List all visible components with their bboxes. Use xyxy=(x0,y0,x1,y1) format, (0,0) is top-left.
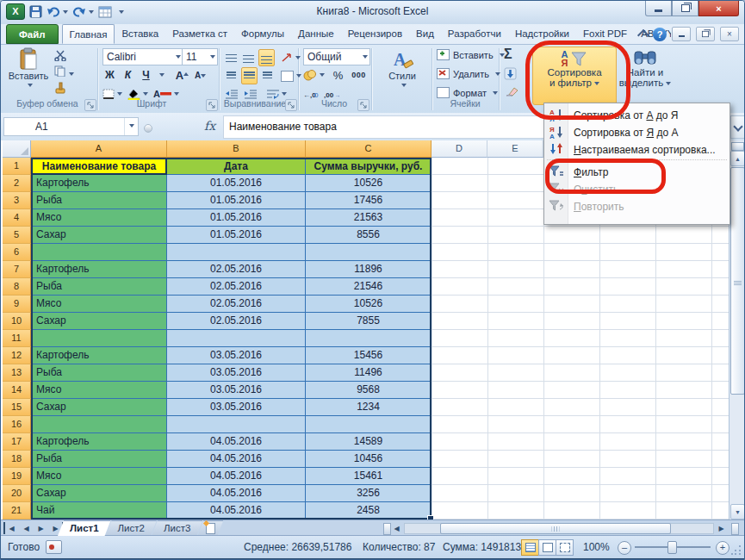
macro-record-button[interactable] xyxy=(46,540,62,554)
insert-function-button[interactable]: fx xyxy=(204,119,215,133)
align-middle-button[interactable] xyxy=(241,50,256,65)
align-right-button[interactable] xyxy=(260,68,275,84)
cell-C15[interactable]: 1234 xyxy=(306,399,431,416)
vertical-scrollbar[interactable]: ▲ ▼ xyxy=(729,140,744,520)
cell-A9[interactable]: Мясо xyxy=(31,296,167,313)
tab-insert[interactable]: Вставка xyxy=(115,24,165,44)
font-name-combo[interactable]: Calibri xyxy=(102,48,183,65)
decrease-font-button[interactable]: А xyxy=(193,67,208,83)
cell-B18[interactable]: 04.05.2016 xyxy=(167,451,306,468)
workbook-close-button[interactable]: × xyxy=(720,27,739,41)
row-header-11[interactable]: 11 xyxy=(3,330,31,347)
bold-button[interactable]: Ж xyxy=(102,67,117,83)
cell-A18[interactable]: Рыба xyxy=(31,451,167,468)
menu-item-sort-za[interactable]: ЯАСортировка от Я до А xyxy=(544,124,729,141)
cell-A12[interactable]: Картофель xyxy=(31,347,167,364)
name-box[interactable]: A1 xyxy=(3,117,139,136)
scroll-left-button[interactable]: ◀ xyxy=(390,522,403,534)
row-header-4[interactable]: 4 xyxy=(3,209,31,227)
cell-A11[interactable] xyxy=(31,330,167,347)
cell-A7[interactable]: Картофель xyxy=(31,261,167,278)
scroll-down-button[interactable]: ▼ xyxy=(730,504,745,520)
styles-button[interactable]: А Стили xyxy=(378,48,426,90)
row-header-3[interactable]: 3 xyxy=(3,192,31,209)
close-button[interactable]: × xyxy=(698,1,739,16)
cell-B17[interactable]: 04.05.2016 xyxy=(167,433,306,451)
name-box-dropdown[interactable] xyxy=(124,118,138,135)
autosum-button[interactable]: Σ xyxy=(504,47,512,62)
row-header-19[interactable]: 19 xyxy=(3,468,31,485)
orientation-button[interactable] xyxy=(281,50,301,65)
cell-C11[interactable] xyxy=(306,330,431,347)
normal-view-button[interactable] xyxy=(521,539,539,556)
cell-B15[interactable]: 03.05.2016 xyxy=(167,399,306,416)
row-header-20[interactable]: 20 xyxy=(3,485,31,502)
row-header-7[interactable]: 7 xyxy=(3,261,31,278)
collapse-ribbon-icon[interactable] xyxy=(637,29,649,41)
hscroll-split-handle[interactable] xyxy=(731,523,739,535)
sort-filter-button[interactable]: АЯ Сортировка и фильтр xyxy=(532,47,617,105)
insert-cells-button[interactable]: Вставить xyxy=(437,49,505,60)
scroll-right-button[interactable]: ▶ xyxy=(715,522,728,534)
clear-button[interactable] xyxy=(505,86,518,99)
align-left-button[interactable] xyxy=(224,68,239,84)
row-header-8[interactable]: 8 xyxy=(3,278,31,296)
column-header-A[interactable]: A xyxy=(31,140,167,158)
row-header-12[interactable]: 12 xyxy=(3,347,31,364)
row-header-21[interactable]: 21 xyxy=(3,502,31,520)
cell-C8[interactable]: 21546 xyxy=(306,278,431,296)
column-header-C[interactable]: C xyxy=(306,140,431,158)
resize-grip[interactable] xyxy=(731,544,742,555)
cell-A14[interactable]: Мясо xyxy=(31,382,167,399)
column-header-E[interactable]: E xyxy=(487,140,543,158)
column-header-B[interactable]: B xyxy=(167,140,306,158)
page-layout-view-button[interactable] xyxy=(538,539,556,556)
tab-home[interactable]: Главная xyxy=(62,24,115,44)
cell-C12[interactable]: 15456 xyxy=(306,347,431,364)
cell-B1[interactable]: Дата xyxy=(167,158,306,175)
formula-bar-splitter[interactable] xyxy=(144,124,152,133)
row-header-2[interactable]: 2 xyxy=(3,175,31,192)
cell-A4[interactable]: Мясо xyxy=(31,209,167,227)
cell-B8[interactable]: 02.05.2016 xyxy=(167,278,306,296)
workbook-restore-button[interactable] xyxy=(696,27,715,41)
vertical-split-handle[interactable] xyxy=(731,142,744,151)
format-painter-button[interactable] xyxy=(54,82,66,96)
next-sheet-button[interactable]: ▶ xyxy=(34,522,47,534)
zoom-in-button[interactable]: + xyxy=(716,541,729,555)
tab-data[interactable]: Данные xyxy=(291,24,341,44)
vertical-scroll-thumb[interactable] xyxy=(730,167,745,395)
cell-B13[interactable]: 03.05.2016 xyxy=(167,364,306,382)
first-sheet-button[interactable]: ◀ xyxy=(3,522,18,534)
comma-style-button[interactable]: 000 xyxy=(351,67,366,83)
scroll-up-button[interactable]: ▲ xyxy=(730,151,745,166)
paste-button[interactable]: Вставить xyxy=(8,47,49,90)
merge-center-button[interactable] xyxy=(281,68,301,84)
menu-item-filter[interactable]: Фильтр xyxy=(544,164,729,181)
cell-B3[interactable]: 01.05.2016 xyxy=(167,192,306,209)
cell-B2[interactable]: 01.05.2016 xyxy=(167,175,306,192)
tab-foxit-pdf[interactable]: Foxit PDF xyxy=(576,24,634,44)
menu-item-custom-sort[interactable]: Настраиваемая сортировка... xyxy=(544,141,729,159)
cell-A6[interactable] xyxy=(31,244,167,261)
italic-button[interactable]: К xyxy=(121,67,135,83)
number-format-combo[interactable]: Общий xyxy=(303,48,370,65)
cell-A2[interactable]: Картофель xyxy=(31,175,167,192)
cell-C19[interactable]: 15461 xyxy=(306,468,431,485)
row-header-13[interactable]: 13 xyxy=(3,364,31,382)
cell-C6[interactable] xyxy=(306,244,431,261)
cell-A1[interactable]: Наименование товара xyxy=(31,158,167,175)
cell-B21[interactable]: 04.05.2016 xyxy=(167,502,306,520)
cell-C4[interactable]: 21563 xyxy=(306,209,431,227)
cell-A21[interactable]: Чай xyxy=(31,502,167,520)
restore-button[interactable] xyxy=(672,1,698,16)
horizontal-scroll-thumb[interactable] xyxy=(440,523,671,534)
alignment-dialog-launcher[interactable] xyxy=(285,99,297,111)
cell-C3[interactable]: 17456 xyxy=(306,192,431,209)
align-top-button[interactable] xyxy=(224,50,239,65)
tab-review[interactable]: Рецензиров xyxy=(341,24,409,44)
accounting-format-button[interactable] xyxy=(303,67,325,83)
align-bottom-button[interactable] xyxy=(258,49,275,66)
cell-B11[interactable] xyxy=(167,330,306,347)
sheet-tab-2[interactable]: Лист2 xyxy=(106,520,157,536)
